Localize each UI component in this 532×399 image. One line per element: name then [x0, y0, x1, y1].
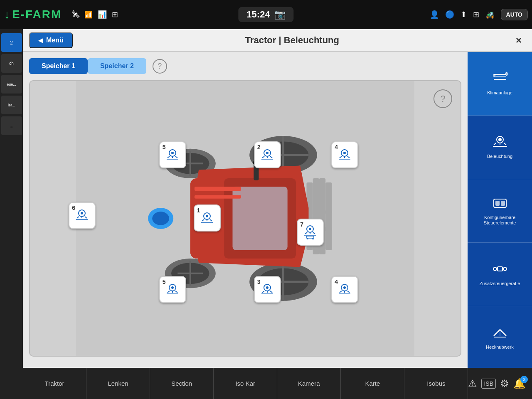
- signal-strength-icon: 📊: [98, 10, 107, 19]
- heck-svg: [492, 325, 508, 340]
- grid2-icon: ⊞: [473, 10, 479, 19]
- svg-point-85: [309, 228, 311, 230]
- settings-icon[interactable]: ⚙: [500, 378, 509, 389]
- close-button[interactable]: ×: [512, 32, 526, 48]
- light-btn-1[interactable]: 1: [194, 204, 221, 232]
- light-icon-4t: [337, 149, 352, 161]
- svg-point-99: [498, 138, 502, 141]
- time-display: 15:24 📷: [238, 7, 293, 22]
- window-title: Tractor | Beleuchtung: [73, 35, 512, 46]
- sidebar-item-konfigurierbare[interactable]: Konfigurierbare Steuerelemente: [468, 179, 532, 243]
- heckhubwerk-icon: [492, 325, 508, 343]
- light-btn-7[interactable]: 7: [297, 219, 324, 246]
- sidebar-item-dots[interactable]: ...: [1, 116, 22, 135]
- tab-traktor[interactable]: Traktor: [23, 368, 86, 399]
- grid-icon: ⊞: [112, 10, 118, 19]
- light-num-2: 2: [257, 144, 261, 150]
- sidebar-item-beleuchtung[interactable]: Beleuchtung: [468, 116, 532, 179]
- satellite-icon: 🛰: [72, 10, 79, 19]
- tab-karte[interactable]: Karte: [341, 368, 404, 399]
- light-btn-6[interactable]: 6: [69, 202, 96, 229]
- sidebar-item-zusatzsteuer[interactable]: Zusatzsteuergerät e: [468, 243, 532, 306]
- tab-isobus[interactable]: Isobus: [404, 368, 468, 399]
- light-icon-2: [260, 149, 275, 161]
- svg-line-69: [167, 291, 170, 293]
- light-icon-6: [75, 209, 89, 222]
- speicher2-button[interactable]: Speicher 2: [88, 58, 146, 74]
- svg-line-39: [262, 156, 264, 158]
- light-btn-5-bot[interactable]: 5: [159, 276, 186, 303]
- bottom-bar: Traktor Lenken Section Iso Kar Kamera Ka…: [23, 368, 532, 399]
- light-icon-3: [260, 283, 275, 296]
- light-num-7: 7: [300, 221, 303, 228]
- light-num-6: 6: [72, 204, 75, 211]
- status-bar: ↓ E-FARM 🛰 📶 📊 ⊞ 15:24 📷 👤 🔵 ⬆ ⊞ 🚜 AUTO: [0, 0, 532, 29]
- tab-lenken[interactable]: Lenken: [86, 368, 150, 399]
- right-status-icons: 👤 🔵 ⬆ ⊞ 🚜 AUTO: [430, 9, 528, 20]
- svg-line-81: [305, 232, 307, 234]
- svg-rect-4: [325, 182, 332, 250]
- status-icons: 🛰 📶 📊 ⊞: [72, 10, 118, 19]
- svg-point-43: [266, 152, 268, 154]
- svg-line-45: [262, 291, 264, 293]
- sidebar-item-2[interactable]: 2: [1, 33, 22, 52]
- zusatzsteuer-label: Zusatzsteuergerät e: [480, 281, 520, 286]
- light-btn-4-bot[interactable]: 4: [331, 276, 358, 303]
- svg-rect-26: [195, 187, 241, 191]
- beleuchtung-svg: [492, 135, 508, 149]
- svg-point-79: [81, 212, 83, 214]
- light-icon-5t: [165, 149, 180, 161]
- tab-isokar[interactable]: Iso Kar: [214, 368, 277, 399]
- isb-icon[interactable]: ISB: [481, 379, 496, 389]
- svg-rect-101: [495, 201, 500, 206]
- memory-buttons: Speicher 1 Speicher 2 ?: [29, 58, 461, 74]
- sidebar-item-klimaanlage[interactable]: ❄ ≋ Klimaanlage: [468, 52, 532, 116]
- svg-point-29: [152, 212, 169, 225]
- light-num-4top: 4: [335, 144, 338, 150]
- svg-line-95: [494, 143, 496, 145]
- klimaanlage-label: Klimaanlage: [487, 90, 512, 96]
- wifi-icon: 📶: [84, 11, 93, 19]
- light-icon-7: [303, 225, 318, 239]
- time-text: 15:24: [246, 9, 270, 20]
- up-arrow-icon: ⬆: [461, 10, 467, 19]
- svg-line-77: [85, 217, 87, 218]
- svg-point-73: [171, 286, 174, 289]
- help-button[interactable]: ?: [153, 59, 167, 74]
- warning-icon[interactable]: ⚠: [468, 378, 477, 389]
- tab-kamera[interactable]: Kamera: [277, 368, 341, 399]
- main-content: Menü Tractor | Beleuchtung × Speicher 1 …: [23, 29, 532, 370]
- svg-line-71: [175, 291, 177, 293]
- sidebar-item-heckhubwerk[interactable]: Heckhubwerk: [468, 306, 532, 370]
- light-num-5bot: 5: [163, 278, 166, 285]
- light-num-1: 1: [197, 207, 200, 214]
- light-btn-5-top[interactable]: 5: [159, 141, 186, 168]
- svg-rect-27: [195, 195, 241, 199]
- speicher1-button[interactable]: Speicher 1: [29, 58, 88, 74]
- svg-rect-102: [501, 201, 505, 206]
- tractor-icon: 🚜: [485, 10, 495, 19]
- light-btn-2[interactable]: 2: [254, 141, 281, 168]
- zusatz-svg: [492, 262, 508, 276]
- light-num-4bot: 4: [335, 278, 338, 285]
- sidebar-item-ch[interactable]: ch: [1, 54, 22, 73]
- speedometer-icon: 🔵: [445, 10, 454, 19]
- svg-point-61: [343, 286, 346, 289]
- svg-line-51: [340, 156, 342, 158]
- beleuchtung-icon: [492, 135, 508, 152]
- beleuchtung-label: Beleuchtung: [487, 154, 512, 159]
- light-num-5top: 5: [163, 144, 166, 150]
- light-btn-3[interactable]: 3: [254, 276, 281, 303]
- notification-area[interactable]: 🔔 3: [513, 378, 526, 389]
- konfigurierbare-label: Konfigurierbare Steuerelemente: [470, 215, 530, 226]
- sidebar-item-eue[interactable]: eue...: [1, 75, 22, 94]
- heckhubwerk-label: Heckhubwerk: [486, 345, 514, 350]
- menu-button[interactable]: Menü: [29, 32, 73, 48]
- svg-point-55: [343, 152, 346, 154]
- sidebar-item-ier[interactable]: ier...: [1, 96, 22, 114]
- svg-line-59: [347, 291, 350, 293]
- svg-text:❄: ❄: [504, 71, 508, 77]
- tab-section[interactable]: Section: [150, 368, 214, 399]
- logo-text: E-FARM: [12, 8, 62, 21]
- light-btn-4-top[interactable]: 4: [331, 141, 358, 168]
